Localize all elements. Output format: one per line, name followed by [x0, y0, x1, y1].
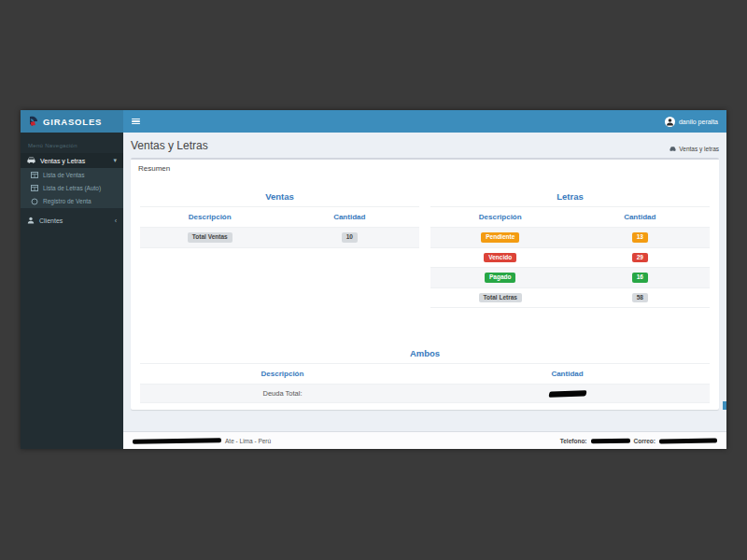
redacted-address: [133, 438, 221, 444]
footer-email-label: Correo:: [634, 438, 655, 444]
brand-logo-icon: [27, 116, 38, 127]
count-badge: 13: [632, 232, 648, 243]
table-icon: [31, 185, 38, 191]
sidebar-item-lista-de-letras-auto[interactable]: Lista de Letras (Auto): [21, 181, 123, 194]
user-avatar: [665, 117, 675, 127]
sidebar-subitem-label: Registro de Venta: [43, 198, 92, 204]
table-row: Vencido 29: [430, 247, 710, 268]
user-menu[interactable]: danilo peralta: [665, 117, 718, 127]
redacted-email: [659, 438, 717, 443]
ambos-table-title: Ambos: [140, 343, 710, 364]
breadcrumb-label: Ventas y letras: [679, 146, 719, 152]
footer-phone-label: Telefono:: [560, 438, 587, 444]
scroll-widget[interactable]: [723, 401, 726, 410]
sidebar-section-label: Menú Navegación: [21, 133, 123, 153]
top-navbar: danilo peralta: [123, 110, 726, 133]
count-badge: 29: [632, 253, 648, 263]
person-icon: [666, 118, 674, 126]
sidebar-subitem-label: Lista de Letras (Auto): [43, 185, 101, 191]
status-badge: Total Letras: [479, 293, 522, 303]
sidebar-submenu: Lista de Ventas Lista de Letras (Auto) R…: [21, 168, 123, 208]
app-window: GIRASOLES Menú Navegación Ventas y Letra…: [21, 110, 726, 449]
table-row: Pendiente 13: [430, 228, 710, 248]
table-icon: [31, 172, 38, 178]
sidebar-subitem-label: Lista de Ventas: [43, 172, 84, 178]
ambos-table: Ambos Descripción Cantidad Deuda Total:: [140, 343, 710, 403]
letras-col-cantidad: Cantidad: [571, 207, 711, 228]
count-badge: 58: [632, 293, 648, 303]
sidebar-item-clientes[interactable]: Clientes ‹: [21, 213, 123, 228]
redacted-deuda-value: [548, 390, 586, 397]
sidebar-item-lista-de-ventas[interactable]: Lista de Ventas: [21, 168, 123, 181]
status-badge: Total Ventas: [188, 232, 233, 243]
status-badge: Vencido: [484, 253, 516, 263]
user-icon: [27, 217, 35, 224]
page-footer: Ate - Lima - Perú Telefono: Correo:: [123, 431, 726, 449]
deuda-total-label: Deuda Total:: [140, 385, 425, 403]
ventas-table: Ventas Descripción Cantidad Total Ventas…: [140, 187, 419, 248]
panel-title: Resumen: [131, 160, 719, 177]
ambos-col-descripcion: Descripción: [140, 364, 425, 385]
resumen-panel: Resumen Ventas Descripción Cantidad: [131, 158, 719, 410]
user-name: danilo peralta: [679, 119, 718, 125]
content-area: Ventas y Letras Ventas y letras Resumen: [123, 133, 726, 431]
sidebar-item-ventas-y-letras[interactable]: Ventas y Letras ▾: [21, 153, 123, 168]
brand-name: GIRASOLES: [43, 117, 102, 127]
ventas-table-title: Ventas: [140, 187, 419, 207]
footer-location: Ate - Lima - Perú: [225, 438, 271, 444]
ventas-col-descripcion: Descripción: [140, 207, 280, 228]
circle-icon: [31, 198, 38, 205]
status-badge: Pendiente: [481, 232, 519, 243]
chevron-left-icon: ‹: [115, 217, 117, 224]
sidebar-item-registro-de-venta[interactable]: Registro de Venta: [21, 194, 123, 208]
redacted-phone: [590, 438, 629, 443]
ambos-col-cantidad: Cantidad: [425, 364, 710, 385]
sidebar: GIRASOLES Menú Navegación Ventas y Letra…: [21, 110, 123, 449]
letras-table: Letras Descripción Cantidad Pendiente 13: [430, 187, 710, 308]
brand-logo[interactable]: GIRASOLES: [21, 110, 123, 133]
chevron-down-icon: ▾: [113, 157, 117, 164]
panel-body: Ventas Descripción Cantidad Total Ventas…: [131, 177, 719, 408]
count-badge: 16: [632, 273, 648, 283]
table-row: Deuda Total:: [140, 385, 710, 403]
breadcrumb[interactable]: Ventas y letras: [669, 146, 719, 152]
letras-col-descripcion: Descripción: [430, 207, 571, 228]
car-icon: [669, 147, 676, 152]
content-header: Ventas y Letras Ventas y letras: [131, 139, 719, 152]
main-area: danilo peralta Ventas y Letras Ventas y …: [123, 110, 726, 449]
count-badge: 10: [342, 232, 358, 243]
sidebar-toggle-button[interactable]: [132, 119, 140, 125]
table-row: Pagado 16: [430, 268, 710, 288]
table-row: Total Letras 58: [430, 287, 710, 308]
sidebar-item-label: Ventas y Letras: [40, 158, 85, 164]
table-row: Total Ventas 10: [140, 228, 419, 248]
sidebar-item-label: Clientes: [39, 217, 63, 224]
ventas-col-cantidad: Cantidad: [280, 207, 420, 228]
status-badge: Pagado: [485, 273, 515, 283]
letras-table-title: Letras: [430, 187, 710, 207]
car-icon: [27, 157, 35, 164]
page-title: Ventas y Letras: [131, 139, 208, 152]
